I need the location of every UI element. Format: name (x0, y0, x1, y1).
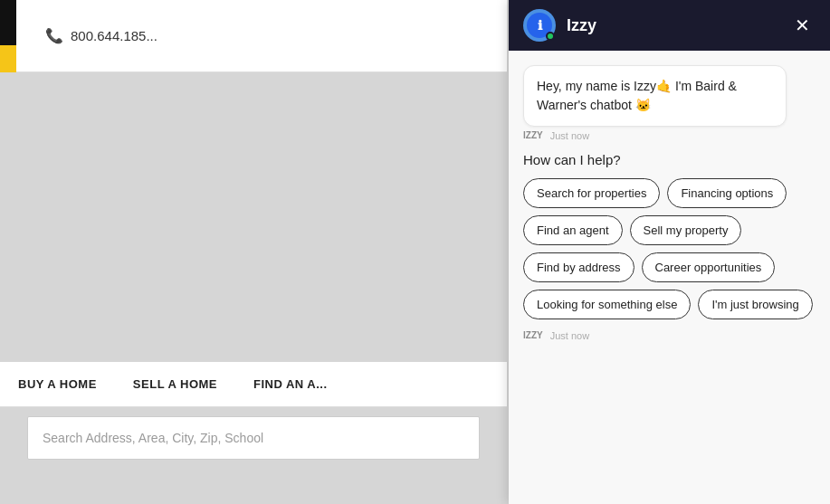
greeting-meta-time: Just now (550, 130, 589, 141)
bot-name: Izzy (567, 16, 778, 35)
close-chat-button[interactable]: ✕ (788, 12, 816, 39)
options-meta-name: IZZY (523, 330, 543, 341)
options-meta-time: Just now (550, 330, 589, 341)
option-something-else[interactable]: Looking for something else (523, 290, 691, 319)
chat-header: ℹ Izzy ✕ (509, 0, 830, 51)
option-search-properties[interactable]: Search for properties (523, 178, 660, 208)
greeting-text: Hey, my name is Izzy🤙 I'm Baird & Warner… (523, 65, 787, 127)
search-placeholder-text: Search Address, Area, City, Zip, School (43, 431, 263, 445)
phone-area: 📞 800.644.185... (45, 27, 157, 44)
option-just-browsing[interactable]: I'm just browsing (698, 290, 812, 319)
greeting-bubble: Hey, my name is Izzy🤙 I'm Baird & Warner… (523, 65, 816, 141)
search-bar[interactable]: Search Address, Area, City, Zip, School (27, 416, 480, 460)
phone-icon: 📞 (45, 27, 63, 44)
option-sell-property[interactable]: Sell my property (630, 215, 742, 245)
chat-options: Search for properties Financing options … (523, 178, 816, 319)
option-find-address[interactable]: Find by address (523, 252, 634, 282)
nav-buy-home[interactable]: BUY A HOME (18, 377, 97, 391)
avatar: ℹ (523, 9, 556, 42)
option-find-agent[interactable]: Find an agent (523, 215, 623, 245)
nav-bar: BUY A HOME SELL A HOME FIND AN A... (0, 362, 507, 407)
nav-sell-home[interactable]: SELL A HOME (133, 377, 217, 391)
nav-find-agent[interactable]: FIND AN A... (253, 377, 328, 391)
chat-body: Hey, my name is Izzy🤙 I'm Baird & Warner… (509, 51, 830, 504)
chat-question: How can I help? (523, 152, 816, 167)
options-meta: IZZY Just now (523, 330, 816, 341)
phone-number: 800.644.185... (71, 28, 157, 43)
option-financing[interactable]: Financing options (667, 178, 787, 208)
logo-yellow (0, 45, 16, 72)
greeting-meta: IZZY Just now (523, 130, 816, 141)
greeting-meta-name: IZZY (523, 130, 543, 141)
chat-widget: ℹ Izzy ✕ Hey, my name is Izzy🤙 I'm Baird… (509, 0, 830, 504)
site-header: 📞 800.644.185... (0, 0, 507, 72)
online-indicator (546, 32, 555, 41)
option-career[interactable]: Career opportunities (642, 252, 776, 282)
